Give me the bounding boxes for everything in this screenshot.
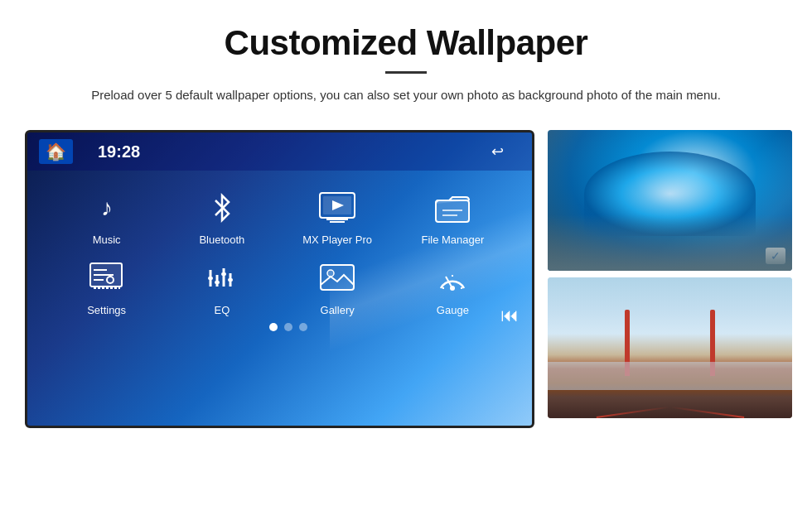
gauge-icon: [430, 258, 475, 299]
page-description: Preload over 5 default wallpaper options…: [75, 85, 737, 105]
eq-icon: [200, 258, 244, 299]
page-dots: [253, 323, 307, 331]
app-gauge-label: Gauge: [437, 304, 469, 316]
skip-button[interactable]: ⏮: [500, 305, 519, 326]
app-music-label: Music: [93, 234, 121, 246]
svg-rect-21: [228, 278, 233, 282]
screen-bottombar: ⏮: [27, 316, 532, 335]
dot-1[interactable]: [269, 323, 278, 331]
thumbnail-golden-gate[interactable]: [548, 277, 792, 418]
app-gauge[interactable]: Gauge: [399, 258, 507, 316]
car-screen: 🏠 19:28 ↩ ♪ Music Bluetooth: [25, 130, 534, 428]
svg-rect-19: [215, 281, 220, 284]
bridge-cable-left: [597, 407, 669, 418]
bridge-cable-right: [670, 407, 743, 418]
page-header: Customized Wallpaper Preload over 5 defa…: [0, 0, 812, 120]
title-divider: [385, 71, 427, 74]
app-bluetooth-label: Bluetooth: [199, 234, 244, 246]
music-icon: ♪: [85, 187, 129, 229]
app-file-manager-label: File Manager: [421, 234, 484, 246]
back-icon[interactable]: ↩: [491, 142, 504, 161]
thumbnail-ice-cave[interactable]: ✓: [548, 130, 792, 271]
app-mx-player[interactable]: MX Player Pro: [283, 187, 392, 246]
svg-rect-5: [436, 200, 469, 222]
fog-overlay: [548, 362, 792, 390]
app-settings[interactable]: Settings: [52, 258, 161, 316]
settings-icon: [85, 258, 129, 299]
ice-cave-detail: [584, 152, 756, 236]
app-eq[interactable]: EQ: [167, 258, 276, 316]
app-music[interactable]: ♪ Music: [52, 187, 161, 246]
home-icon[interactable]: 🏠: [39, 139, 73, 164]
app-eq-label: EQ: [214, 304, 230, 316]
bluetooth-icon: [200, 187, 244, 229]
app-gallery[interactable]: Gallery: [283, 258, 392, 316]
app-grid-row2: Settings EQ: [27, 254, 532, 316]
mx-player-icon: [315, 187, 360, 229]
dot-3[interactable]: [299, 323, 307, 331]
page-title: Customized Wallpaper: [50, 23, 762, 63]
app-settings-label: Settings: [87, 304, 126, 316]
app-grid-row1: ♪ Music Bluetooth: [27, 171, 532, 254]
svg-rect-20: [221, 272, 226, 276]
app-file-manager[interactable]: File Manager: [399, 187, 507, 246]
gallery-icon: [315, 258, 360, 299]
time-display: 19:28: [98, 142, 140, 161]
check-badge: ✓: [766, 248, 785, 264]
screen-topbar: 🏠 19:28 ↩: [27, 132, 532, 171]
svg-rect-22: [321, 265, 354, 290]
file-manager-icon: [430, 187, 475, 229]
app-bluetooth[interactable]: Bluetooth: [167, 187, 276, 246]
svg-rect-18: [208, 277, 213, 280]
app-gallery-label: Gallery: [321, 304, 355, 316]
dot-2[interactable]: [284, 323, 292, 331]
app-mx-player-label: MX Player Pro: [302, 234, 372, 246]
content-area: 🏠 19:28 ↩ ♪ Music Bluetooth: [0, 120, 812, 428]
thumbnail-column: ✓: [548, 130, 792, 418]
